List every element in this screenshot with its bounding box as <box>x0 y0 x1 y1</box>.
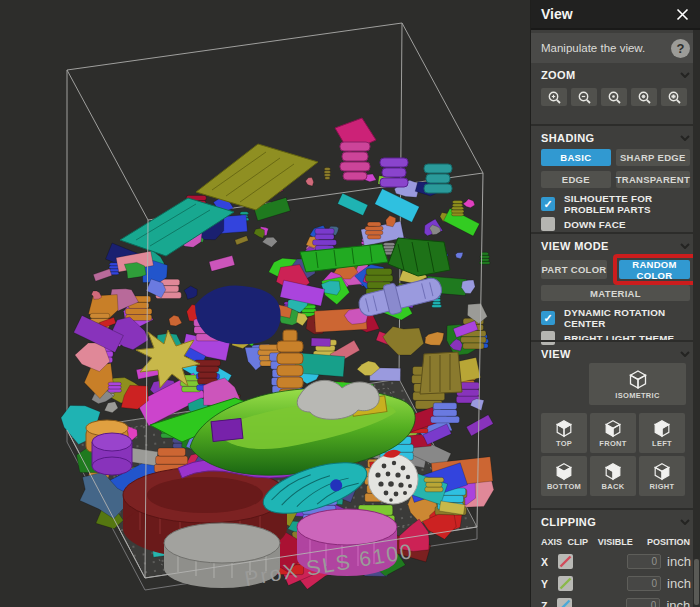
zoom-in-button[interactable] <box>541 88 567 106</box>
cube-left-icon <box>652 418 672 438</box>
section-clipping: CLIPPING AXIS CLIP VISIBLE POSITION X in… <box>531 511 700 607</box>
chevron-down-icon <box>680 72 690 78</box>
clipping-column-headers: AXIS CLIP VISIBLE POSITION <box>541 536 690 548</box>
zoom-fit-button[interactable] <box>631 88 657 106</box>
chevron-down-icon <box>680 243 690 249</box>
cube-isometric-icon <box>627 368 649 390</box>
view-right-button[interactable]: RIGHT <box>639 456 685 496</box>
clipping-row-z: Z inch <box>541 597 690 607</box>
scrollbar-thumb[interactable] <box>694 559 699 605</box>
view-front-button[interactable]: FRONT <box>590 413 636 453</box>
clip-slash-icon <box>557 598 572 607</box>
section-view-mode: VIEW MODE PART COLOR RANDOM COLOR MATERI… <box>531 235 700 345</box>
column-visible: VISIBLE <box>598 537 647 547</box>
close-icon <box>676 8 689 21</box>
clip-checkbox-y[interactable] <box>558 576 573 591</box>
cube-front-icon <box>603 418 623 438</box>
checkbox-dynamic-rotation[interactable]: ✓ <box>541 311 555 325</box>
down-face-checkbox-row[interactable]: ✓ DOWN FACE <box>541 217 690 231</box>
section-label-clipping: CLIPPING <box>541 516 596 528</box>
view-button-label: ISOMETRIC <box>615 391 659 400</box>
view-button-label: TOP <box>556 439 572 448</box>
zoom-point-icon <box>607 90 622 105</box>
cube-right-icon <box>652 461 672 481</box>
view-button-label: RIGHT <box>650 482 675 491</box>
position-input-y[interactable] <box>627 576 661 591</box>
panel-title: View <box>541 6 573 22</box>
section-label-view: VIEW <box>541 348 571 360</box>
section-label-view-mode: VIEW MODE <box>541 240 609 252</box>
section-header-shading[interactable]: SHADING <box>541 127 690 149</box>
zoom-toolbar <box>541 88 690 106</box>
view-button-label: BACK <box>602 482 625 491</box>
column-clip: CLIP <box>568 537 598 547</box>
panel-titlebar: View <box>531 0 700 30</box>
help-icon[interactable]: ? <box>671 39 690 58</box>
silhouette-checkbox-row[interactable]: ✓ SILHOUETTE FOR PROBLEM PARTS <box>541 197 690 211</box>
unit-label: inch <box>667 576 691 591</box>
help-text: Manipulate the view. <box>541 42 645 54</box>
view-button-label: FRONT <box>599 439 626 448</box>
section-view: VIEW ISOMETRIC TOP FRONT <box>531 343 700 507</box>
random-color-button[interactable]: RANDOM COLOR <box>619 260 690 279</box>
axis-label: Y <box>541 578 548 590</box>
part-color-button[interactable]: PART COLOR <box>541 260 607 279</box>
column-axis: AXIS <box>541 537 568 547</box>
material-button[interactable]: MATERIAL <box>541 285 690 301</box>
view-bottom-button[interactable]: BOTTOM <box>541 456 587 496</box>
section-header-clipping[interactable]: CLIPPING <box>541 511 690 533</box>
clip-slash-icon <box>558 576 573 591</box>
view-isometric-button[interactable]: ISOMETRIC <box>589 363 686 405</box>
application-window: ProX SLS 6100 View Manipulate the view. … <box>0 0 700 607</box>
chevron-down-icon <box>680 351 690 357</box>
view-back-button[interactable]: BACK <box>590 456 636 496</box>
shading-sharp-edge-button[interactable]: SHARP EDGE <box>616 149 690 166</box>
section-header-view-mode[interactable]: VIEW MODE <box>541 235 690 257</box>
view-button-label: LEFT <box>652 439 672 448</box>
section-label-shading: SHADING <box>541 132 595 144</box>
zoom-out-icon <box>577 90 592 105</box>
axis-label: X <box>541 556 548 568</box>
position-input-x[interactable] <box>627 554 661 569</box>
section-header-view[interactable]: VIEW <box>541 343 690 365</box>
shading-transparent-button[interactable]: TRANSPARENT <box>616 171 690 188</box>
section-header-zoom[interactable]: ZOOM <box>541 64 690 86</box>
shading-basic-button[interactable]: BASIC <box>541 149 611 166</box>
clip-checkbox-x[interactable] <box>558 554 573 569</box>
close-button[interactable] <box>674 6 690 22</box>
cube-bottom-icon <box>554 461 574 481</box>
divider <box>531 232 700 234</box>
view-left-button[interactable]: LEFT <box>639 413 685 453</box>
unit-label: inch <box>667 554 691 569</box>
section-shading: SHADING BASIC SHARP EDGE EDGE TRANSPAREN… <box>531 127 700 231</box>
clipping-row-y: Y inch <box>541 575 690 592</box>
dynamic-rotation-checkbox-row[interactable]: ✓ DYNAMIC ROTATION CENTER <box>541 311 690 325</box>
cube-back-icon <box>603 461 623 481</box>
zoom-out-button[interactable] <box>571 88 597 106</box>
chevron-down-icon <box>680 519 690 525</box>
view-top-button[interactable]: TOP <box>541 413 587 453</box>
clipping-row-x: X inch <box>541 553 690 570</box>
chevron-down-icon <box>680 135 690 141</box>
view-button-label: BOTTOM <box>547 482 581 491</box>
zoom-fit-icon <box>637 90 652 105</box>
3d-viewport[interactable]: ProX SLS 6100 <box>0 0 530 607</box>
zoom-point-button[interactable] <box>601 88 627 106</box>
axis-label: Z <box>541 600 547 607</box>
shading-edge-button[interactable]: EDGE <box>541 171 611 188</box>
checkbox-label: DOWN FACE <box>564 219 626 230</box>
divider <box>531 508 700 510</box>
checkbox-label: DYNAMIC ROTATION CENTER <box>564 307 690 329</box>
checkbox-down-face[interactable]: ✓ <box>541 217 555 231</box>
zoom-selected-icon <box>667 90 682 105</box>
position-input-z[interactable] <box>626 598 660 607</box>
column-position: POSITION <box>647 537 690 547</box>
section-label-zoom: ZOOM <box>541 69 576 81</box>
zoom-selected-button[interactable] <box>661 88 687 106</box>
clip-checkbox-z[interactable] <box>557 598 572 607</box>
panel-scrollbar[interactable] <box>693 30 700 607</box>
checkbox-silhouette[interactable]: ✓ <box>541 197 555 211</box>
cube-top-icon <box>554 418 574 438</box>
build-volume-scene: ProX SLS 6100 <box>0 0 530 607</box>
divider <box>531 340 700 342</box>
